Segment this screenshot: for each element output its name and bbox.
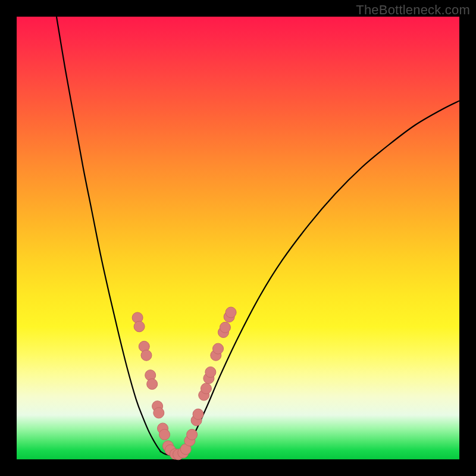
marker-layer bbox=[132, 307, 236, 460]
data-marker bbox=[226, 307, 236, 318]
data-marker bbox=[220, 322, 230, 333]
data-marker bbox=[141, 350, 152, 361]
bottleneck-curve bbox=[57, 17, 459, 455]
chart-svg bbox=[17, 17, 459, 459]
data-marker bbox=[147, 379, 158, 390]
data-marker bbox=[154, 408, 164, 418]
data-marker bbox=[205, 367, 216, 377]
data-marker bbox=[213, 343, 224, 354]
data-marker bbox=[159, 429, 170, 440]
data-marker bbox=[187, 429, 198, 440]
chart-plot-area bbox=[17, 17, 459, 459]
data-marker bbox=[201, 383, 211, 394]
watermark-text: TheBottleneck.com bbox=[356, 2, 470, 18]
curve-layer bbox=[57, 17, 459, 455]
data-marker bbox=[193, 409, 203, 419]
data-marker bbox=[134, 321, 145, 332]
chart-frame: TheBottleneck.com bbox=[0, 0, 476, 476]
